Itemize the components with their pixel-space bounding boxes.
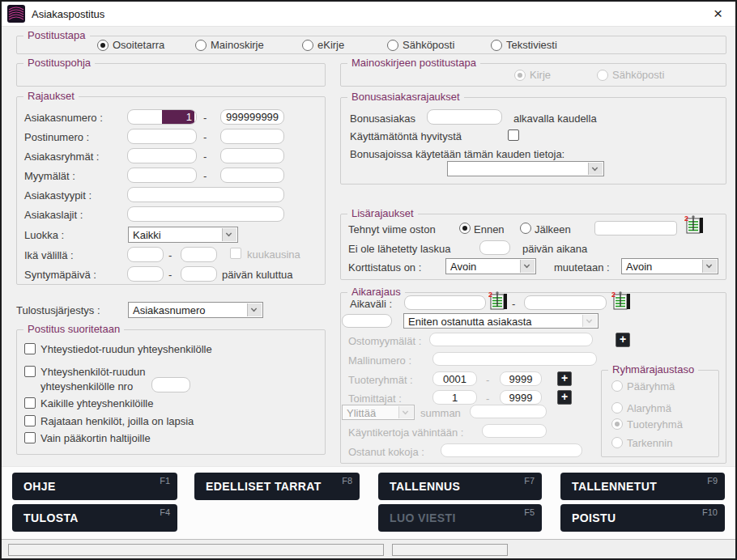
viime-osto-date-field[interactable]: [594, 221, 677, 235]
tallennus-button[interactable]: TALLENNUS F7: [378, 473, 542, 500]
poistu-button[interactable]: POISTU F10: [560, 504, 725, 532]
yhteystiedot-checkbox-label[interactable]: Yhteystiedot-ruudun yhteyshenkilölle: [40, 343, 212, 355]
chevron-down-icon[interactable]: [702, 260, 717, 273]
lapsia-checkbox[interactable]: [24, 415, 36, 426]
muutetaan-select[interactable]: Avoin: [621, 258, 718, 274]
chevron-down-icon[interactable]: [247, 303, 262, 316]
ika-valilla-label: Ikä välillä :: [24, 249, 74, 261]
ohje-button[interactable]: OHJE F1: [12, 473, 177, 500]
radio-mainoskirje[interactable]: [195, 40, 207, 51]
lasku-paivat-field[interactable]: [479, 240, 510, 255]
calendar-icon[interactable]: 2: [684, 214, 705, 234]
syntymapaiva-to-field[interactable]: [181, 266, 217, 282]
chevron-down-icon[interactable]: [520, 260, 535, 273]
toimittajat-from-field[interactable]: 1: [432, 390, 477, 405]
asiakaslajit-field[interactable]: [127, 206, 284, 222]
kuukausina-checkbox[interactable]: [230, 248, 241, 259]
luo-viesti-shortcut: F5: [524, 507, 535, 517]
yhteyshenkilot-checkbox[interactable]: [24, 366, 36, 377]
radio-ennen[interactable]: [459, 223, 471, 234]
radio-alaryhma[interactable]: [611, 402, 623, 414]
tulosta-button-label: TULOSTA: [23, 511, 79, 524]
group-postitustapa-label: Postitustapa: [23, 29, 90, 41]
ylittaa-select[interactable]: Ylittää: [342, 405, 415, 420]
asiakasnumero-to-field[interactable]: 999999999: [220, 109, 284, 125]
aikavali-to-field[interactable]: [524, 295, 607, 310]
toimittajat-to-field[interactable]: 9999: [500, 390, 542, 405]
tulostusjarjestys-select[interactable]: Asiakasnumero: [128, 302, 263, 318]
paakortti-checkbox[interactable]: [24, 432, 36, 443]
kayntikerrat-field[interactable]: [482, 424, 547, 438]
radio-kirje[interactable]: [514, 70, 526, 81]
radio-osoitetarra[interactable]: [97, 40, 109, 51]
postinumero-to-field[interactable]: [220, 129, 284, 144]
radio-sahkoposti[interactable]: [387, 40, 398, 51]
ika-to-field[interactable]: [181, 247, 217, 262]
tallennetut-button[interactable]: TALLENNETUT F9: [560, 473, 725, 500]
radio-jalkeen[interactable]: [520, 223, 531, 234]
ika-from-field[interactable]: [127, 247, 164, 262]
add-toimittaja-button[interactable]: +: [557, 390, 572, 405]
svg-text:2: 2: [611, 291, 616, 299]
paakortti-checkbox-label[interactable]: Vain pääkortin haltijoille: [40, 432, 151, 444]
ostomyymalat-field[interactable]: [429, 333, 593, 346]
myymalat-to-field[interactable]: [220, 168, 284, 183]
aikavali-label: Aikaväli :: [350, 298, 392, 310]
radio-sahkoposti-label[interactable]: Sähköposti: [403, 39, 454, 51]
radio-tekstiviesti[interactable]: [491, 40, 502, 51]
summan-field[interactable]: [470, 405, 547, 418]
hyvitys-checkbox[interactable]: [508, 129, 519, 141]
radio-tekstiviesti-label[interactable]: Tekstiviesti: [506, 39, 557, 51]
add-ostomyymalat-button[interactable]: +: [616, 333, 630, 347]
close-icon[interactable]: ×: [714, 3, 722, 24]
chevron-down-icon[interactable]: [582, 315, 597, 327]
kaikille-checkbox-label[interactable]: Kaikille yhteyshenkilöille: [40, 397, 153, 409]
tulosta-button[interactable]: TULOSTA F4: [12, 504, 177, 532]
radio-ekirje[interactable]: [302, 40, 313, 51]
bonusasiakas-field[interactable]: [427, 109, 502, 125]
asiakasnumero-label: Asiakasnumero :: [24, 112, 103, 124]
aikavali-from-field[interactable]: [404, 295, 486, 310]
yhteystiedot-checkbox[interactable]: [24, 343, 36, 354]
postinumero-from-field[interactable]: [127, 129, 197, 144]
ostanut-kokoja-field[interactable]: [441, 443, 582, 457]
myymalat-from-field[interactable]: [127, 168, 197, 183]
yhteyshenkilo-nro-field[interactable]: [151, 377, 190, 392]
mallinumero-field[interactable]: [432, 352, 597, 366]
chevron-down-icon[interactable]: [222, 228, 236, 241]
radio-jalkeen-label[interactable]: Jälkeen: [535, 223, 571, 235]
add-tuoteryhma-button[interactable]: +: [557, 371, 572, 386]
aikarajaus-mode-value: Eniten ostanutta asiakasta: [408, 316, 532, 328]
app-logo-icon: [7, 5, 25, 23]
radio-ennen-label[interactable]: Ennen: [474, 223, 505, 235]
kaikille-checkbox[interactable]: [24, 397, 36, 409]
tuoteryhmat-from-field[interactable]: 0001: [432, 371, 477, 386]
radio-tarkennin[interactable]: [611, 437, 623, 448]
calendar-icon[interactable]: 2: [611, 291, 633, 310]
bonus-kausi-select[interactable]: [447, 161, 604, 176]
radio-tuoteryhma[interactable]: [611, 418, 623, 430]
lapsia-checkbox-label[interactable]: Rajataan henkilöt, joilla on lapsia: [40, 415, 194, 427]
chevron-down-icon[interactable]: [398, 406, 413, 418]
radio-mainos-sahkoposti[interactable]: [597, 70, 608, 81]
alkavalla-kaudella-label: alkavalla kaudella: [513, 112, 597, 125]
edelliset-tarrat-button[interactable]: EDELLISET TARRAT F8: [194, 473, 360, 500]
asiakasnumero-from-field[interactable]: 1: [127, 109, 197, 125]
aikarajaus-count-field[interactable]: [342, 314, 392, 328]
calendar-icon[interactable]: 2: [488, 291, 509, 310]
radio-paaryhma[interactable]: [611, 380, 623, 392]
aikarajaus-mode-select[interactable]: Eniten ostanutta asiakasta: [403, 313, 599, 329]
luokka-select[interactable]: Kaikki: [128, 227, 238, 243]
chevron-down-icon[interactable]: [588, 163, 603, 175]
tulostusjarjestys-label: Tulostusjärjestys :: [16, 304, 100, 316]
radio-osoitetarra-label[interactable]: Osoitetarra: [113, 39, 164, 51]
yhteyshenkilot-checkbox-label[interactable]: Yhteyshenkilöt-ruudun: [40, 366, 145, 378]
korttistatus-select[interactable]: Avoin: [445, 258, 536, 274]
syntymapaiva-from-field[interactable]: [127, 266, 164, 282]
asiakastyypit-field[interactable]: [127, 187, 284, 202]
asiakasryhmat-from-field[interactable]: [127, 148, 197, 163]
asiakasryhmat-to-field[interactable]: [220, 148, 284, 163]
radio-ekirje-label[interactable]: eKirje: [317, 39, 344, 51]
radio-mainoskirje-label[interactable]: Mainoskirje: [211, 39, 264, 51]
tuoteryhmat-to-field[interactable]: 9999: [500, 371, 542, 386]
